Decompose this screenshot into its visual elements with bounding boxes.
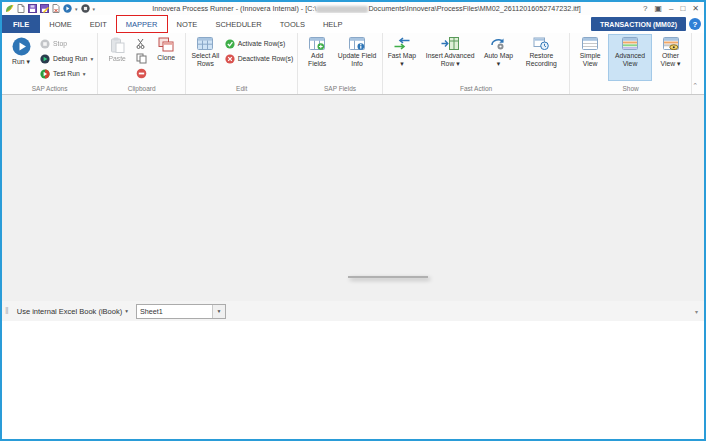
button-label: Clone: [157, 54, 175, 62]
help-icon[interactable]: ?: [689, 18, 701, 30]
paste-icon: [110, 37, 125, 53]
stop2-icon[interactable]: [81, 4, 90, 14]
use-internal-excel-book-button[interactable]: Use internal Excel Book (iBook)▾: [13, 307, 132, 316]
button-label: Add Fields: [302, 52, 332, 67]
tab-home[interactable]: HOME: [40, 15, 81, 33]
transaction-button[interactable]: TRANSACTION (MM02): [591, 17, 686, 31]
button-label: Deactivate Row(s): [238, 55, 294, 62]
ribbon-collapse-icon[interactable]: ⌃: [692, 82, 704, 94]
button-label: Paste: [108, 55, 125, 63]
auto-map-button[interactable]: Auto Map ▾: [481, 34, 515, 80]
insert-advanced-row-button[interactable]: Insert Advanced Row ▾: [419, 34, 482, 80]
tab-edit[interactable]: EDIT: [81, 15, 116, 33]
close-button[interactable]: ✕: [692, 4, 699, 14]
select-all-rows-button[interactable]: Select All Rows: [188, 34, 222, 80]
minimize-button[interactable]: –: [669, 4, 673, 14]
simple-view-button[interactable]: Simple View: [572, 34, 608, 80]
copy-button[interactable]: [134, 51, 149, 65]
button-label: Other View ▾: [654, 52, 687, 67]
button-label: Test Run: [53, 70, 80, 77]
add-fields-icon: [309, 37, 325, 50]
test-run-button[interactable]: Test Run▾: [38, 67, 95, 80]
title-help-icon[interactable]: ?: [643, 4, 647, 14]
button-label: Update Field Info: [336, 52, 378, 67]
button-label: Simple View: [574, 52, 606, 67]
chevron-down-icon[interactable]: ▾: [691, 308, 704, 315]
cut-button[interactable]: [134, 36, 149, 50]
paste-button[interactable]: Paste: [100, 34, 134, 80]
run-button[interactable]: Run ▾: [4, 34, 38, 80]
deactivate-row-s-button[interactable]: Deactivate Row(s): [223, 52, 296, 65]
pin-window-icon[interactable]: ▣: [654, 4, 662, 14]
app-logo-icon[interactable]: [5, 4, 14, 14]
simple-view-icon: [582, 37, 598, 50]
tab-help[interactable]: HELP: [314, 15, 352, 33]
tab-scheduler[interactable]: SCHEDULER: [206, 15, 270, 33]
use-internal-excel-book-label: Use internal Excel Book (iBook): [17, 307, 122, 316]
button-label: Stop: [53, 40, 67, 47]
button-label: Auto Map ▾: [483, 52, 513, 67]
activate-row-s-button[interactable]: Activate Row(s): [223, 37, 296, 50]
chevron-down-icon: ▾: [90, 56, 93, 62]
other-view-button[interactable]: Other View ▾: [652, 34, 689, 80]
ribbon-group-label: Edit: [188, 85, 295, 94]
button-label: Select All Rows: [190, 52, 220, 67]
ibook-toolbar: ‖ Use internal Excel Book (iBook)▾ Sheet…: [2, 301, 704, 322]
button-label: Run ▾: [12, 58, 30, 66]
fast-map-icon: [393, 37, 411, 50]
ribbon-group-fast-action: Fast Map ▾Insert Advanced Row ▾Auto Map …: [383, 33, 570, 94]
tab-file[interactable]: FILE: [2, 15, 40, 33]
fast-map-button[interactable]: Fast Map ▾: [385, 34, 419, 80]
update-field-info-icon: [349, 37, 365, 50]
stop-icon: [40, 39, 50, 49]
test-run-icon: [40, 69, 50, 79]
excel-grid: [2, 321, 704, 439]
export-file-icon[interactable]: [52, 4, 60, 14]
sheet-name: Sheet1: [137, 307, 212, 316]
save-icon[interactable]: [28, 4, 37, 14]
window-title-suffix: Documents\Innovera\ProcessFiles\MM02_261…: [368, 4, 580, 13]
restore-recording-button[interactable]: Restore Recording: [515, 34, 567, 80]
button-label: Fast Map ▾: [387, 52, 417, 67]
add-fields-button[interactable]: Add Fields: [300, 34, 334, 80]
delete-row-button[interactable]: [134, 66, 149, 80]
update-field-info-button[interactable]: Update Field Info: [334, 34, 380, 80]
ribbon-group-label: Fast Action: [385, 85, 567, 94]
app-window: ▾▾ Innovera Process Runner - (Innovera I…: [0, 0, 706, 441]
ribbon-group-label: Show: [572, 85, 689, 94]
play-icon[interactable]: [63, 4, 72, 14]
auto-map-icon: [490, 37, 506, 50]
button-label: Advanced View: [610, 52, 650, 67]
stop-button[interactable]: Stop: [38, 37, 95, 50]
tab-note[interactable]: NOTE: [168, 15, 207, 33]
clone-icon: [158, 37, 174, 52]
save-as-icon[interactable]: [40, 4, 49, 14]
chevron-down-icon: ▾: [83, 71, 86, 77]
tab-tools[interactable]: TOOLS: [271, 15, 314, 33]
button-label: Insert Advanced Row ▾: [421, 52, 480, 67]
new-file-icon[interactable]: [17, 4, 25, 14]
tab-mapper[interactable]: MAPPER: [116, 15, 168, 33]
ribbon-group-label: SAP Fields: [300, 85, 380, 94]
ribbon-group-label: SAP Actions: [4, 85, 95, 94]
chevron-down-icon[interactable]: ▼: [212, 305, 225, 318]
run-icon: [12, 37, 31, 56]
maximize-button[interactable]: □: [680, 4, 685, 14]
ribbon-tab-bar: FILE HOMEEDITMAPPERNOTESCHEDULERTOOLSHEL…: [2, 15, 704, 34]
select-all-rows-icon: [197, 37, 213, 50]
mapper-grid: [2, 94, 704, 302]
ribbon-group-sap-fields: Add FieldsUpdate Field InfoSAP Fields: [298, 33, 383, 94]
advanced-view-button[interactable]: Advanced View: [608, 34, 652, 81]
window-controls: ? ▣ – □ ✕: [638, 4, 704, 14]
chevron-down-icon[interactable]: ▾: [75, 6, 78, 12]
debug-run-button[interactable]: Debug Run▾: [38, 52, 95, 65]
ribbon-group-edit: Select All RowsActivate Row(s)Deactivate…: [186, 33, 298, 94]
debug-run-icon: [40, 54, 50, 64]
sheet-select[interactable]: Sheet1 ▼: [136, 304, 226, 319]
clone-button[interactable]: Clone: [149, 34, 183, 80]
button-label: Restore Recording: [517, 52, 565, 67]
other-view-icon: [663, 37, 679, 50]
mapping-type-dropdown: [348, 276, 428, 278]
restore-recording-icon: [533, 37, 549, 50]
title-bar: ▾▾ Innovera Process Runner - (Innovera I…: [2, 2, 704, 15]
